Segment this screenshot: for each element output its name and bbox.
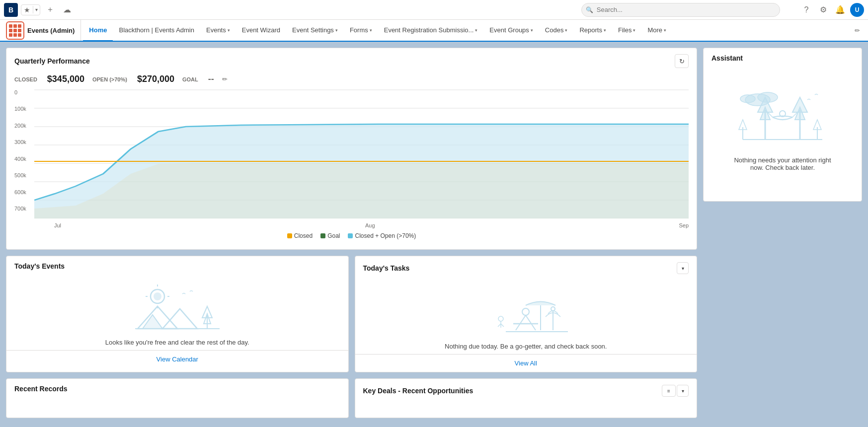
legend-closed-open: Closed + Open (>70%) xyxy=(348,232,416,239)
todays-events-header: Today's Events xyxy=(6,256,348,274)
nav-forms[interactable]: Forms ▾ xyxy=(344,20,378,42)
chart-svg-container xyxy=(34,89,689,218)
codes-chevron-icon: ▾ xyxy=(565,28,567,33)
nav-events[interactable]: Events ▾ xyxy=(200,20,236,42)
svg-line-34 xyxy=(498,324,501,327)
legend-goal: Goal xyxy=(320,232,340,239)
key-deals-buttons: ≡ ▾ xyxy=(662,385,689,397)
closed-value: $345,000 xyxy=(47,74,84,84)
todays-events-card: Today's Events xyxy=(6,256,349,372)
svg-line-35 xyxy=(501,324,504,327)
svg-line-24 xyxy=(516,315,526,330)
nav-more[interactable]: More ▾ xyxy=(641,20,672,42)
open-label: OPEN (>70%) xyxy=(92,76,127,82)
notifications-icon[interactable]: 🔔 xyxy=(833,3,847,17)
nav-items: Home Blackthorn | Events Admin Events ▾ … xyxy=(83,20,851,41)
search-input[interactable] xyxy=(581,3,780,17)
todays-tasks-header: Today's Tasks ▾ xyxy=(355,256,697,278)
chart-legend: Closed Goal Closed + Open (>70%) xyxy=(14,228,689,245)
quarterly-stats: CLOSED $345,000 OPEN (>70%) $270,000 GOA… xyxy=(6,72,697,89)
goal-value: -- xyxy=(208,74,214,84)
event-groups-chevron-icon: ▾ xyxy=(531,28,533,33)
key-deals-filter-button[interactable]: ≡ xyxy=(662,385,676,397)
svg-point-37 xyxy=(758,92,778,102)
records-deals-row: Recent Records Key Deals - Recent Opport… xyxy=(6,378,697,418)
legend-goal-dot xyxy=(320,233,325,238)
assistant-header: Assistant xyxy=(704,48,862,66)
nav-edit-icon[interactable]: ✏ xyxy=(851,20,864,41)
legend-closed-open-dot xyxy=(348,233,353,238)
quarterly-header: Quarterly Performance ↻ xyxy=(6,48,697,72)
refresh-button[interactable]: ↻ xyxy=(675,54,689,68)
nav-event-settings[interactable]: Event Settings ▾ xyxy=(286,20,344,42)
svg-point-30 xyxy=(551,307,555,311)
svg-marker-23 xyxy=(143,315,162,329)
cloud-icon[interactable]: ☁ xyxy=(60,3,74,17)
assistant-empty-text: Nothing needs your attention right now. … xyxy=(733,156,832,171)
more-chevron-icon: ▾ xyxy=(664,28,666,33)
quarterly-title: Quarterly Performance xyxy=(14,57,90,65)
app-title: Events (Admin) xyxy=(27,27,75,34)
forms-chevron-icon: ▾ xyxy=(370,28,372,33)
svg-point-27 xyxy=(522,308,529,315)
todays-tasks-empty: Nothing due today. Be a go-getter, and c… xyxy=(355,278,697,354)
search-icon: 🔍 xyxy=(586,6,593,13)
events-tasks-row: Today's Events xyxy=(6,256,697,372)
todays-tasks-title: Today's Tasks xyxy=(363,264,410,272)
todays-events-title: Today's Events xyxy=(14,262,65,270)
help-icon[interactable]: ? xyxy=(799,3,813,17)
recent-records-title: Recent Records xyxy=(14,385,68,393)
nav-blackthorn-events[interactable]: Blackthorn | Events Admin xyxy=(113,20,200,42)
svg-point-38 xyxy=(740,95,755,103)
key-deals-title: Key Deals - Recent Opportunities xyxy=(363,387,473,395)
add-icon[interactable]: ＋ xyxy=(43,3,57,17)
svg-marker-18 xyxy=(162,309,197,329)
nav-event-wizard[interactable]: Event Wizard xyxy=(236,20,286,42)
nav-codes[interactable]: Codes ▾ xyxy=(539,20,574,42)
event-reg-chevron-icon: ▾ xyxy=(475,28,477,33)
app-logo: B xyxy=(4,3,18,17)
key-deals-card: Key Deals - Recent Opportunities ≡ ▾ xyxy=(355,378,698,418)
x-axis-labels: Jul Aug Sep xyxy=(34,220,689,228)
tasks-dropdown-button[interactable]: ▾ xyxy=(677,262,689,274)
performance-chart xyxy=(34,89,689,218)
nav-event-registration[interactable]: Event Registration Submissio... ▾ xyxy=(378,20,484,42)
events-illustration xyxy=(133,284,222,334)
left-column: Quarterly Performance ↻ CLOSED $345,000 … xyxy=(6,48,697,421)
event-settings-chevron-icon: ▾ xyxy=(335,28,338,33)
nav-event-groups[interactable]: Event Groups ▾ xyxy=(483,20,539,42)
nav-reports[interactable]: Reports ▾ xyxy=(573,20,612,42)
favorites-chevron-icon: ▾ xyxy=(33,6,40,13)
todays-tasks-card: Today's Tasks ▾ xyxy=(355,256,698,372)
closed-label: CLOSED xyxy=(14,76,37,82)
recent-records-header: Recent Records xyxy=(6,379,348,397)
view-calendar-link[interactable]: View Calendar xyxy=(6,350,348,368)
todays-events-empty-text: Looks like you're free and clear the res… xyxy=(105,339,249,346)
view-all-tasks-link[interactable]: View All xyxy=(355,354,697,372)
open-value: $270,000 xyxy=(137,74,174,84)
chart-area: 700k 600k 500k 400k 300k 200k 100k 0 xyxy=(6,89,697,249)
nav-home[interactable]: Home xyxy=(83,20,113,42)
chart-container: 700k 600k 500k 400k 300k 200k 100k 0 xyxy=(14,89,689,228)
nav-bar: Events (Admin) Home Blackthorn | Events … xyxy=(0,20,868,42)
search-bar: 🔍 xyxy=(581,3,780,17)
app-title-section: Events (Admin) xyxy=(4,20,81,41)
todays-tasks-empty-text: Nothing due today. Be a go-getter, and c… xyxy=(445,343,607,350)
assistant-illustration xyxy=(728,85,837,149)
y-axis-labels: 700k 600k 500k 400k 300k 200k 100k 0 xyxy=(14,89,26,214)
assistant-title: Assistant xyxy=(711,54,743,62)
favorites-star-icon: ★ xyxy=(21,5,33,15)
favorites-dropdown[interactable]: ★ ▾ xyxy=(21,4,40,15)
svg-point-32 xyxy=(498,316,503,321)
app-switcher-icon[interactable] xyxy=(6,21,24,40)
key-deals-dropdown-button[interactable]: ▾ xyxy=(677,385,689,397)
top-bar: B ★ ▾ ＋ ☁ 🔍 ? ⚙ 🔔 U xyxy=(0,0,868,20)
legend-closed: Closed xyxy=(287,232,313,239)
avatar[interactable]: U xyxy=(850,3,864,17)
quarterly-performance-card: Quarterly Performance ↻ CLOSED $345,000 … xyxy=(6,48,697,250)
right-column: Assistant xyxy=(703,48,862,421)
goal-edit-icon[interactable]: ✏ xyxy=(222,75,228,83)
nav-files[interactable]: Files ▾ xyxy=(612,20,641,42)
settings-icon[interactable]: ⚙ xyxy=(816,3,830,17)
svg-line-25 xyxy=(526,315,536,330)
